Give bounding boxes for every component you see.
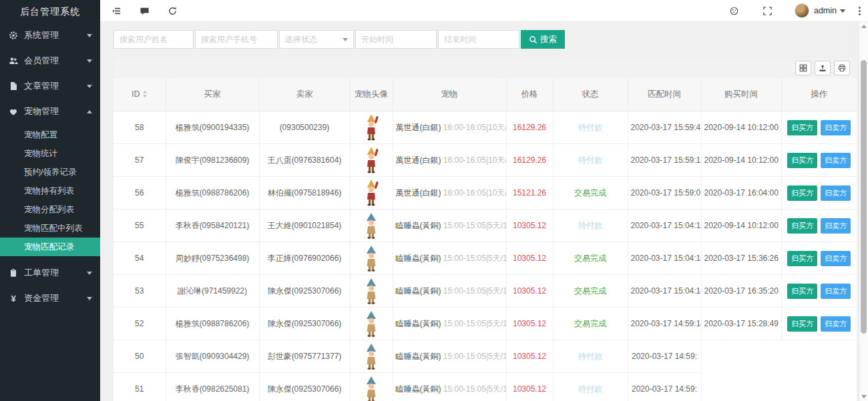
search-icon	[529, 35, 537, 44]
return-to-buyer-button[interactable]: 归买方	[787, 218, 817, 234]
search-name-input[interactable]	[114, 30, 194, 49]
start-time-input[interactable]	[355, 30, 437, 49]
pet-name: 萬世通(白銀)	[396, 155, 443, 165]
return-to-seller-button[interactable]: 归卖方	[821, 218, 851, 234]
return-to-seller-button[interactable]: 归卖方	[821, 284, 851, 299]
sidebar-item[interactable]: 文章管理	[0, 73, 100, 99]
cell-seller: 彭世豪(0975771377)	[259, 340, 350, 373]
cell-pet: 瞌睡蟲(黃銅) 15:00-15:05|5天/12%	[393, 275, 506, 308]
cell-id: 51	[114, 373, 166, 401]
search-button[interactable]: 搜索	[521, 30, 565, 49]
cell-buyer: 李秋香(0958420121)	[166, 210, 259, 242]
cell-price: 10305.12	[506, 340, 553, 373]
return-to-buyer-button[interactable]: 归买方	[787, 120, 817, 135]
cell-pet: 萬世通(白銀) 16:00-16:05|10天/26%	[393, 177, 506, 210]
return-to-buyer-button[interactable]: 归买方	[787, 251, 817, 266]
column-header: 操作	[781, 78, 857, 111]
pet-avatar-dwarf-blue	[363, 212, 380, 240]
sidebar-subitem[interactable]: 宠物匹配记录	[0, 238, 100, 256]
vertical-scrollbar[interactable]	[859, 22, 868, 401]
pet-detail: 15:00-15:05|5天/12%	[443, 384, 506, 394]
sidebar-item[interactable]: ¥资金管理	[0, 286, 100, 311]
pet-avatar-dwarf-blue	[363, 244, 380, 272]
heart-icon	[8, 106, 19, 117]
cell-pet: 瞌睡蟲(黃銅) 15:00-15:05|5天/12%	[393, 210, 506, 242]
sidebar-subitem[interactable]: 宠物配置	[0, 125, 100, 144]
sidebar-subitem[interactable]: 宠物持有列表	[0, 181, 100, 200]
cell-actions: 归买方归卖方	[781, 144, 857, 177]
end-time-input[interactable]	[438, 30, 519, 49]
cell-buyer: 楊雅筑(0988786206)	[166, 177, 259, 210]
return-to-buyer-button[interactable]: 归买方	[787, 284, 817, 299]
user-menu[interactable]: admin	[814, 6, 845, 15]
user-avatar[interactable]	[795, 3, 809, 18]
chevron-down-icon	[840, 9, 845, 13]
sidebar-item[interactable]: 宠物管理	[0, 99, 100, 124]
export-icon	[819, 64, 827, 72]
columns-button[interactable]	[795, 61, 811, 75]
collapse-menu-button[interactable]	[107, 3, 126, 19]
gear-icon	[8, 30, 19, 41]
cell-pet: 瞌睡蟲(黃銅) 15:00-15:05|5天/12%	[393, 340, 506, 373]
table-row: 55李秋香(0958420121)王大維(0901021854)瞌睡蟲(黃銅) …	[114, 210, 857, 242]
export-button[interactable]	[815, 61, 831, 75]
kebab-menu-icon[interactable]	[859, 7, 861, 15]
sidebar-item-label: 会员管理	[24, 55, 87, 67]
cell-id: 57	[114, 144, 166, 177]
search-phone-input[interactable]	[195, 30, 278, 49]
scroll-down-icon[interactable]	[861, 395, 867, 398]
column-header[interactable]: ID	[114, 78, 166, 111]
return-to-seller-button[interactable]: 归卖方	[821, 153, 851, 168]
return-to-seller-button[interactable]: 归卖方	[821, 251, 851, 266]
pet-avatar-dwarf-blue	[363, 375, 380, 401]
sidebar-item[interactable]: 会员管理	[0, 48, 100, 73]
print-button[interactable]	[834, 61, 850, 75]
cell-seller: 陳永傑(0925307066)	[259, 373, 350, 401]
cell-pet-avatar	[350, 340, 393, 373]
fullscreen-button[interactable]	[758, 3, 777, 19]
scrollbar-thumb[interactable]	[861, 60, 867, 334]
return-to-buyer-button[interactable]: 归买方	[787, 316, 817, 332]
theme-button[interactable]	[725, 3, 744, 19]
sort-icon[interactable]	[142, 90, 148, 100]
cell-pet: 瞌睡蟲(黃銅) 15:00-15:05|5天/12%	[393, 373, 506, 401]
cell-status: 待付款	[553, 340, 628, 373]
refresh-button[interactable]	[163, 3, 182, 19]
sidebar-subitem[interactable]: 预约/领养记录	[0, 163, 100, 181]
table-row: 54周妙靜(0975236498)李正嫜(0976902066)瞌睡蟲(黃銅) …	[114, 242, 857, 275]
cell-actions: 归买方归卖方	[781, 111, 857, 144]
return-to-buyer-button[interactable]: 归买方	[787, 185, 817, 201]
sidebar-subitem[interactable]: 宠物匹配中列表	[0, 219, 100, 238]
cell-buy-time: 2020-09-14 10:12:00	[701, 144, 781, 177]
status-select[interactable]: 选择状态	[279, 30, 354, 49]
return-to-seller-button[interactable]: 归卖方	[821, 120, 851, 135]
cell-buy-time: 2020-09-14 10:12:00	[701, 210, 781, 242]
return-to-seller-button[interactable]: 归卖方	[821, 316, 851, 332]
cell-buy-time	[701, 340, 781, 373]
table-row: 50張智凱(0909304429)彭世豪(0975771377)瞌睡蟲(黃銅) …	[114, 340, 857, 373]
cell-actions	[781, 373, 857, 401]
cell-buy-time: 2020-03-17 16:35:20	[701, 275, 781, 308]
cell-pet-avatar	[350, 373, 393, 401]
cell-seller: 王大維(0901021854)	[259, 210, 350, 242]
pet-detail: 15:00-15:05|5天/12%	[443, 254, 506, 263]
message-button[interactable]	[135, 3, 154, 19]
pet-detail: 16:00-16:05|10天/26%	[443, 123, 506, 132]
column-header: 匹配时间	[628, 78, 701, 111]
sidebar-item[interactable]: 系统管理	[0, 23, 100, 48]
cell-pet-avatar	[350, 275, 393, 308]
cell-buy-time: 2020-03-17 15:36:26	[701, 242, 781, 275]
scroll-up-icon[interactable]	[861, 25, 867, 28]
cell-actions: 归买方归卖方	[781, 210, 857, 242]
return-to-buyer-button[interactable]: 归买方	[787, 153, 817, 168]
sidebar-subitem[interactable]: 宠物统计	[0, 144, 100, 163]
chevron-down-icon	[87, 297, 92, 300]
return-to-seller-button[interactable]: 归卖方	[821, 185, 851, 201]
sidebar-subitem[interactable]: 宠物分配列表	[0, 200, 100, 219]
refresh-icon	[168, 6, 178, 16]
cell-id: 54	[114, 242, 166, 275]
cell-buyer: 李秋香(0982625081)	[166, 373, 259, 401]
sidebar-item[interactable]: 工单管理	[0, 260, 100, 286]
pet-avatar-dwarf-blue	[363, 310, 380, 338]
cell-price: 10305.12	[506, 242, 553, 275]
